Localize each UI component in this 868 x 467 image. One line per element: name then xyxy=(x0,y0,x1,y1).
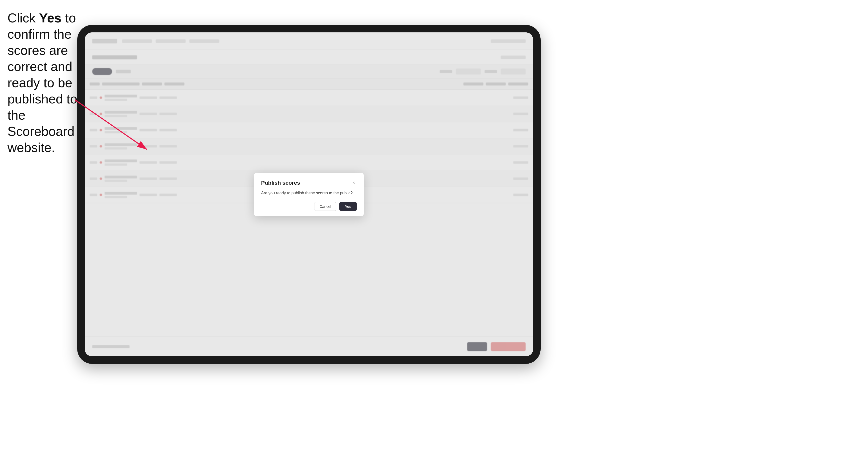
modal-body-text: Are you ready to publish these scores to… xyxy=(261,190,357,196)
yes-emphasis: Yes xyxy=(39,11,62,25)
modal-title: Publish scores xyxy=(261,180,300,186)
tablet-device: Publish scores × Are you ready to publis… xyxy=(77,25,540,364)
instruction-text: Click Yes to confirm the scores are corr… xyxy=(7,10,80,156)
yes-button[interactable]: Yes xyxy=(339,202,357,211)
publish-scores-modal: Publish scores × Are you ready to publis… xyxy=(254,173,364,216)
cancel-button[interactable]: Cancel xyxy=(314,202,336,211)
modal-close-button[interactable]: × xyxy=(351,180,357,186)
modal-footer: Cancel Yes xyxy=(261,202,357,211)
modal-header: Publish scores × xyxy=(261,180,357,186)
tablet-screen: Publish scores × Are you ready to publis… xyxy=(85,32,533,356)
modal-overlay: Publish scores × Are you ready to publis… xyxy=(85,32,533,356)
